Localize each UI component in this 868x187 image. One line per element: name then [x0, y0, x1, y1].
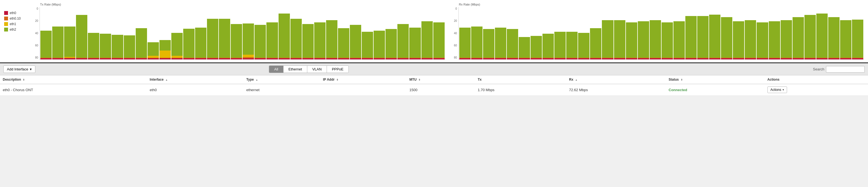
- bar-stack: [816, 7, 828, 59]
- bar-segment: [816, 13, 828, 58]
- col-type-label: Type: [246, 77, 254, 82]
- table-header-row: Description ⬍ Interface ▲ Type ▲ IP Addr…: [0, 75, 868, 84]
- col-interface[interactable]: Interface ▲: [147, 75, 244, 84]
- bar-stack: [52, 7, 64, 59]
- col-ip-addr[interactable]: IP Addr ⬍: [320, 75, 407, 84]
- sort-mtu-icon: ⬍: [418, 79, 421, 81]
- bar-segment: [422, 58, 433, 59]
- charts-section: eth0 eth0.10 eth1 eth2 Tx Rate (Mbps) 80…: [0, 0, 868, 63]
- col-actions-label: Actions: [767, 77, 780, 82]
- bar-stack: [207, 7, 218, 59]
- bar-stack: [338, 7, 349, 59]
- bar-stack: [733, 7, 744, 59]
- bar-segment: [124, 58, 135, 59]
- col-mtu[interactable]: MTU ⬍: [406, 75, 475, 84]
- bar-segment: [697, 58, 709, 59]
- bar-stack: [650, 7, 661, 59]
- bar-segment: [756, 58, 768, 59]
- bar-segment: [219, 58, 230, 59]
- bar-segment: [769, 58, 780, 59]
- bar-stack: [840, 7, 851, 59]
- bar-segment: [471, 27, 483, 58]
- bar-segment: [290, 19, 302, 58]
- bar-segment: [852, 20, 863, 58]
- bar-stack: [290, 7, 302, 59]
- bar-segment: [195, 58, 207, 59]
- bar-segment: [362, 32, 373, 58]
- col-type[interactable]: Type ▲: [244, 75, 320, 84]
- rx-bars-area: [459, 7, 864, 60]
- bar-segment: [828, 17, 840, 58]
- rx-chart-title: Rx Rate (Mbps): [451, 3, 864, 6]
- bar-segment: [243, 55, 254, 57]
- col-rx[interactable]: Rx ▲: [566, 75, 666, 84]
- actions-button[interactable]: Actions ▾: [767, 87, 787, 93]
- bar-stack: [578, 7, 589, 59]
- bar-stack: [674, 7, 685, 59]
- bar-segment: [507, 29, 518, 58]
- bar-segment: [385, 29, 397, 58]
- bar-segment: [733, 21, 744, 58]
- bar-stack: [804, 7, 816, 59]
- bar-segment: [159, 51, 171, 58]
- add-interface-label: Add Interface: [7, 67, 28, 71]
- bar-stack: [326, 7, 337, 59]
- bar-segment: [195, 28, 207, 58]
- bar-segment: [685, 16, 697, 58]
- bar-segment: [279, 13, 290, 58]
- bar-segment: [254, 58, 266, 59]
- bar-segment: [495, 58, 506, 59]
- bar-stack: [495, 7, 506, 59]
- col-description-label: Description: [3, 77, 21, 82]
- add-interface-button[interactable]: Add Interface ▾: [3, 65, 35, 73]
- bar-stack: [459, 7, 471, 59]
- cell-type: ethernet: [244, 84, 320, 96]
- col-description[interactable]: Description ⬍: [0, 75, 147, 84]
- sort-status-icon: ⬍: [681, 79, 683, 81]
- bar-segment: [566, 58, 578, 59]
- bar-segment: [793, 58, 804, 59]
- bar-segment: [733, 58, 744, 59]
- bar-stack: [350, 7, 361, 59]
- search-input[interactable]: [826, 66, 865, 73]
- bar-segment: [40, 58, 52, 59]
- bar-segment: [697, 16, 709, 58]
- bar-segment: [816, 58, 828, 59]
- filter-vlan-button[interactable]: VLAN: [307, 66, 327, 73]
- bar-stack: [697, 7, 709, 59]
- bar-stack: [397, 7, 409, 59]
- bar-segment: [793, 17, 804, 58]
- bar-segment: [483, 58, 494, 59]
- bar-stack: [602, 7, 613, 59]
- bar-stack: [554, 7, 566, 59]
- col-status[interactable]: Status ⬍: [666, 75, 765, 84]
- bar-segment: [578, 33, 589, 58]
- tx-y-axis: 80 60 40 20 0: [32, 7, 39, 60]
- bar-segment: [159, 58, 171, 59]
- cell-ip-addr: [320, 84, 407, 96]
- bar-stack: [76, 7, 87, 59]
- sort-rx-icon: ▲: [575, 79, 578, 81]
- bar-segment: [148, 56, 159, 58]
- cell-status: Connected: [666, 84, 765, 96]
- bar-segment: [52, 58, 64, 59]
- bar-segment: [183, 58, 194, 59]
- bar-segment: [756, 22, 768, 58]
- bar-stack: [40, 7, 52, 59]
- filter-ethernet-button[interactable]: Ethernet: [283, 66, 307, 73]
- bar-segment: [519, 58, 530, 59]
- bar-stack: [171, 7, 183, 59]
- bar-stack: [828, 7, 840, 59]
- col-status-label: Status: [669, 77, 679, 82]
- bar-segment: [638, 58, 649, 59]
- filter-all-button[interactable]: All: [269, 66, 283, 73]
- bar-stack: [614, 7, 625, 59]
- bar-segment: [614, 58, 625, 59]
- bar-stack: [136, 7, 147, 59]
- bar-segment: [638, 21, 649, 58]
- col-tx[interactable]: Tx: [475, 75, 566, 84]
- bar-segment: [781, 20, 792, 58]
- filter-pppoe-button[interactable]: PPPoE: [327, 66, 348, 73]
- bar-segment: [314, 58, 326, 59]
- col-tx-label: Tx: [478, 77, 482, 82]
